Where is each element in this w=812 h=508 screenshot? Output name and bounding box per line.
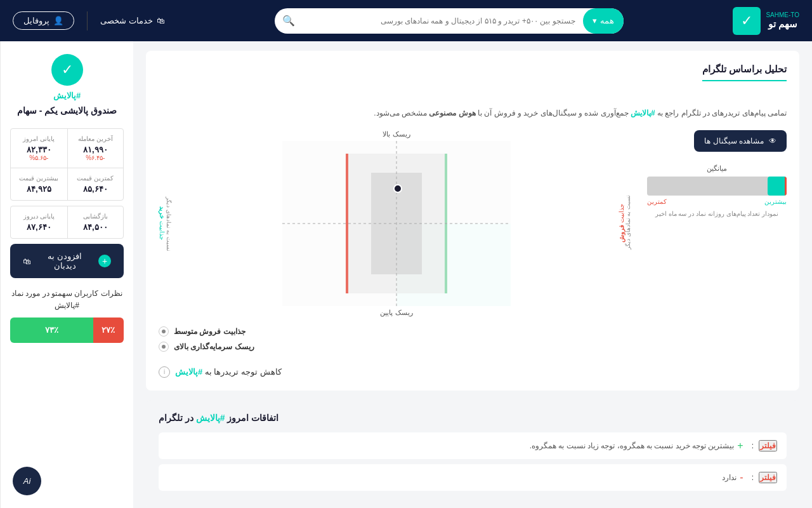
attention-hashtag: #پالایش — [175, 367, 202, 377]
symbol-hashtag: #پالایش — [53, 91, 81, 100]
scatter-svg — [178, 141, 615, 306]
telegram-description: تمامی پیام‌های تریدرهای در تلگرام راجع ب… — [159, 84, 787, 121]
scatter-chart-section: ریسک بالا جذابیت فروش نسبت به نمادهای دی… — [159, 130, 634, 357]
profile-nav[interactable]: 👤 پروفایل — [13, 11, 74, 30]
opinions-bar: ۲۷٪ ۷۳٪ — [10, 318, 124, 343]
signal1-dot-inner — [162, 330, 166, 333]
services-nav[interactable]: 🛍 خدمات شخصی — [100, 16, 165, 25]
search-button[interactable]: 🔍 — [275, 15, 303, 27]
events-section: اتفاقات امروز #پالایش در تلگرام فیلتر : … — [146, 400, 799, 508]
event1-plus-icon: + — [737, 440, 743, 451]
stat-last-trade-label: آخرین معامله — [73, 135, 119, 142]
telegram-section-title: تحلیل براساس تلگرام — [702, 64, 787, 81]
bar-min-max: بیشترین کمترین — [647, 198, 787, 205]
attention-section: کاهش توجه تریدرها به #پالایش i — [159, 366, 787, 378]
chart-area: 👁 مشاهده سیگنال ها میانگین بیشترین کمتری… — [159, 130, 787, 357]
signal2-dot-inner — [162, 345, 166, 349]
signals-summary: جذابیت فروش متوسط ریسک سرمایه‌گذاری بالا… — [159, 326, 634, 352]
bag-icon: 🛍 — [23, 257, 31, 266]
axis-bottom-label: ریسک پایین — [159, 309, 634, 317]
stat-cell-last-trade: آخرین معامله ۸۱,۹۹۰ -%۶.۴۵ — [67, 129, 124, 168]
telegram-desc-normal2: جمع‌آوری شده و سیگنال‌های خرید و فروش آن… — [478, 109, 629, 117]
telegram-bold: هوش مصنوعی — [429, 109, 475, 117]
signal2-dot — [159, 342, 169, 352]
plus-icon: + — [98, 255, 111, 267]
stat-last-trade-value: ۸۱,۹۹۰ — [73, 145, 119, 154]
search-input[interactable] — [303, 17, 583, 25]
stat-cell-min-price: کمترین قیمت ۸۵,۶۴۰ — [67, 168, 124, 200]
telegram-desc-normal1: تمامی پیام‌های تریدرهای در تلگرام راجع ب… — [657, 109, 787, 117]
signal-view-label: مشاهده سیگنال ها — [704, 137, 764, 145]
signal1-text: جذابیت فروش متوسط — [174, 327, 246, 336]
axis-right-label: جذابیت خرید نسبت به نمادهای دیگر — [159, 195, 175, 251]
ai-badge[interactable]: Ai — [13, 467, 41, 495]
event2-minus-icon: - — [740, 472, 743, 483]
events-title: اتفاقات امروز #پالایش در تلگرام — [159, 413, 278, 423]
main-layout: تحلیل براساس تلگرام تمامی پیام‌های تریدر… — [0, 41, 812, 508]
center-content: تحلیل براساس تلگرام تمامی پیام‌های تریدر… — [133, 41, 812, 508]
stat-max-price-label: بیشترین قیمت — [16, 175, 62, 182]
axis-left-label: جذابیت فروش نسبت به نمادهای دیگر — [618, 195, 634, 251]
telegram-section: تحلیل براساس تلگرام تمامی پیام‌های تریدر… — [146, 51, 799, 391]
events-title-row: اتفاقات امروز #پالایش در تلگرام — [159, 413, 787, 423]
stat-open-label: بازگشایی — [73, 213, 119, 220]
event2-filter-button[interactable]: فیلتر — [759, 472, 777, 483]
opinions-section: نظرات کاربران سهمتو در مورد نماد #پالایش… — [10, 288, 124, 342]
events-title1: اتفاقات امروز — [227, 413, 278, 423]
services-label: خدمات شخصی — [100, 16, 153, 25]
watchlist-label: افزودن به دیدبان — [36, 251, 93, 271]
stat-today-close-value: ۸۲,۳۳۰ — [16, 145, 62, 154]
sell-axis-sublabel: نسبت به نمادهای دیگر — [625, 195, 631, 250]
bar-max-label: بیشترین — [764, 198, 787, 205]
header: SAHME-TO سهم تو ✓ همه ▾ 🔍 🛍 خدمات شخصی 👤… — [0, 0, 812, 41]
events-hashtag: #پالایش — [196, 413, 225, 423]
stat-min-price-label: کمترین قیمت — [73, 175, 119, 182]
search-icon: 🔍 — [282, 15, 295, 26]
stat-today-close-change: -%۵.۶۵ — [16, 154, 62, 161]
bar-fill-teal — [768, 177, 787, 196]
watchlist-button[interactable]: + افزودن به دیدبان 🛍 — [10, 244, 124, 278]
stats-grid-2: بازگشایی ۸۴,۵۰۰ پایانی دیروز ۸۷,۶۴۰ — [10, 206, 124, 239]
opinions-title: نظرات کاربران سهمتو در مورد نماد #پالایش — [10, 288, 124, 312]
eye-icon: 👁 — [769, 137, 776, 145]
bar-fill-gray — [647, 177, 787, 196]
svg-point-10 — [394, 185, 402, 192]
signal-chart: 👁 مشاهده سیگنال ها میانگین بیشترین کمتری… — [647, 130, 787, 217]
stat-cell-open: بازگشایی ۸۴,۵۰۰ — [67, 206, 124, 238]
search-filter-button[interactable]: همه ▾ — [583, 8, 624, 34]
signal-view-button[interactable]: 👁 مشاهده سیگنال ها — [694, 130, 787, 152]
opinions-sell: ۲۷٪ — [93, 318, 124, 343]
symbol-icon: ✓ — [51, 54, 83, 86]
event2-colon: : — [752, 473, 754, 482]
event1-description: بیشترین توجه خرید نسبت به همگروه، توجه ز… — [168, 441, 734, 450]
telegram-highlight: #پالایش — [631, 109, 655, 117]
bar-min-label: کمترین — [647, 198, 667, 205]
event1-colon: : — [752, 441, 754, 450]
event-row-2: فیلتر : - ندارد — [159, 464, 787, 491]
bag-icon: 🛍 — [157, 16, 165, 25]
signal1-dot — [159, 326, 169, 337]
profile-icon: 👤 — [53, 16, 63, 25]
signal-item-2: ریسک سرمایه‌گذاری بالای — [159, 342, 634, 352]
stats-grid: آخرین معامله ۸۱,۹۹۰ -%۶.۴۵ پایانی امروز … — [10, 128, 124, 201]
telegram-desc-normal3: مشخص می‌شود. — [374, 109, 427, 117]
axis-top-label: ریسک بالا — [159, 130, 634, 138]
stat-cell-today-close: پایانی امروز ۸۲,۳۳۰ -%۵.۶۵ — [11, 129, 67, 168]
bar-fill-red — [785, 177, 787, 196]
symbol-check-icon: ✓ — [62, 62, 73, 78]
stat-yesterday-close-value: ۸۷,۶۴۰ — [16, 222, 62, 232]
bar-track — [647, 177, 787, 196]
attention-text: کاهش توجه تریدرها به #پالایش — [175, 367, 282, 377]
search-bar: همه ▾ 🔍 — [275, 8, 624, 34]
signal2-text: ریسک سرمایه‌گذاری بالای — [174, 342, 254, 351]
sell-axis-label: جذابیت فروش — [618, 204, 625, 243]
logo-check-icon: ✓ — [741, 13, 752, 29]
search-filter-label: همه — [600, 16, 614, 25]
stat-last-trade-change: -%۶.۴۵ — [73, 154, 119, 161]
logo-box: ✓ — [733, 7, 761, 35]
info-icon: i — [159, 366, 170, 378]
event1-filter-button[interactable]: فیلتر — [759, 440, 777, 451]
stat-today-close-label: پایانی امروز — [16, 135, 62, 142]
buy-axis-label: جذابیت خرید — [159, 206, 166, 240]
logo-text: سهم تو — [766, 18, 799, 30]
